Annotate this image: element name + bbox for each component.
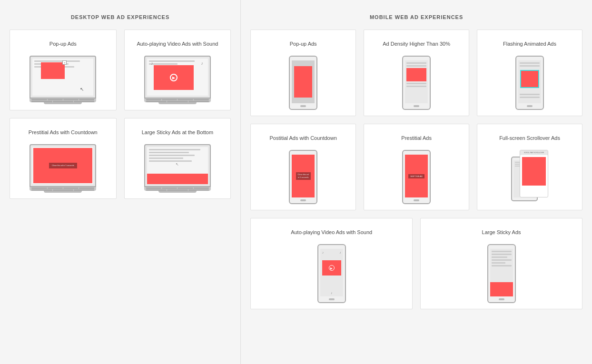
phone-screen-popup [292, 60, 315, 103]
laptop-base [30, 98, 96, 102]
card-mobile-largsticky: Large Sticky Ads [420, 218, 582, 309]
phone-body-autovideo: ♪ ♪ ▶ ♪ [317, 244, 346, 303]
phone-body-prestitial: SKIP THIS AD [402, 150, 431, 204]
flashing-ad [520, 70, 539, 88]
laptop-screen-prestitial: Close this ad in 5 seconds [30, 144, 96, 187]
phone-screen-postitial: Close this adin 5 seconds [292, 155, 315, 197]
card-title-mobile-scrollover: Full-screen Scrollover Ads [499, 132, 560, 145]
phone-prestitial: SKIP THIS AD [402, 150, 431, 204]
music-note-right: ♪ [201, 61, 203, 66]
card-mobile-autovideo: Auto-playing Video Ads with Sound ♪ ♪ ▶ [250, 218, 413, 309]
phone-body-popup [289, 56, 317, 110]
illustration-mobile-prestitial: SKIP THIS AD [370, 150, 463, 204]
card-title-mobile-density: Ad Density Higher Than 30% [383, 38, 450, 51]
illustration-mobile-density [370, 56, 463, 110]
illustration-desktop-popup: × ↖ [16, 56, 110, 104]
card-desktop-sticky: Large Sticky Ads at the Bottom [124, 118, 231, 199]
postitial-ad: Close this adin 5 seconds [292, 155, 315, 197]
mobile-play-icon: ▶ [329, 265, 335, 271]
card-mobile-flashing: Flashing Animated Ads [477, 30, 582, 116]
density-ad [406, 68, 426, 81]
music-note-bottom: ♪ [331, 291, 333, 295]
phone-postitial: Close this adin 5 seconds [289, 150, 317, 204]
illustration-mobile-autovideo: ♪ ♪ ▶ ♪ [257, 244, 406, 303]
cursor-icon: ↖ [176, 162, 179, 167]
laptop-screen: × ↖ [30, 56, 96, 98]
phone-body-postitial: Close this adin 5 seconds [289, 150, 317, 204]
illustration-mobile-postitial: Close this adin 5 seconds [257, 150, 350, 204]
phone-screen-flashing [518, 60, 541, 103]
illustration-desktop-prestitial: Close this ad in 5 seconds [16, 144, 110, 193]
phone-body-density [402, 56, 431, 110]
phone-body-largsticky [487, 244, 516, 303]
card-title-desktop-autovideo: Auto-playing Video Ads with Sound [137, 38, 218, 51]
laptop-screen-sticky: ↖ [144, 144, 211, 187]
popup-ad-block: × [41, 62, 65, 79]
card-title-desktop-prestitial: Prestitial Ads with Countdown [29, 126, 98, 139]
phone-density [402, 56, 431, 110]
scrollover-ad: SCROLL PAST SCROLLOVER [520, 150, 548, 197]
screen-inner-sticky: ↖ [147, 147, 208, 184]
music-note-left: ♪ [151, 61, 153, 66]
card-desktop-prestitial: Prestitial Ads with Countdown Close this… [10, 118, 117, 199]
card-mobile-postitial: Postitial Ads with Countdown Close this … [250, 124, 356, 210]
card-title-mobile-autovideo: Auto-playing Video Ads with Sound [291, 226, 372, 239]
prestitial-ad-mobile: SKIP THIS AD [405, 155, 428, 197]
phone-popup [289, 56, 317, 110]
card-desktop-popup: Pop-up Ads [10, 30, 117, 110]
illustration-mobile-scrollover: SCROLL PAST SCROLLOVER [483, 150, 576, 202]
page-container: DESKTOP WEB AD EXPERIENCES Pop-up Ads [0, 0, 592, 364]
phone-autovideo: ♪ ♪ ▶ ♪ [317, 244, 346, 303]
mobile-cards-row3: Auto-playing Video Ads with Sound ♪ ♪ ▶ [250, 218, 582, 309]
desktop-section-title: DESKTOP WEB AD EXPERIENCES [10, 14, 231, 20]
phone-screen-largsticky [490, 249, 513, 296]
sticky-ad-block [147, 174, 208, 184]
card-mobile-popup: Pop-up Ads [250, 30, 356, 116]
phone-flashing [515, 56, 544, 110]
phone-body-flashing [515, 56, 544, 110]
card-title-mobile-flashing: Flashing Animated Ads [503, 38, 556, 51]
screen-inner: × ↖ [32, 59, 93, 96]
screen-inner-video: ▶ ♪ ♪ [147, 59, 208, 96]
postitial-countdown: Close this adin 5 seconds [296, 172, 311, 180]
music-note-top: ♪ [322, 251, 324, 254]
scrollover-ad-content [522, 157, 546, 186]
desktop-section: DESKTOP WEB AD EXPERIENCES Pop-up Ads [0, 0, 241, 364]
laptop-prestitial: Close this ad in 5 seconds [30, 144, 96, 193]
phone-home [300, 105, 306, 107]
card-title-mobile-prestitial: Prestitial Ads [401, 132, 432, 145]
laptop-stand [44, 102, 82, 104]
card-mobile-prestitial: Prestitial Ads SKIP THIS AD [364, 124, 469, 210]
illustration-desktop-autovideo: ▶ ♪ ♪ [130, 56, 225, 104]
video-ad-block: ▶ [154, 65, 194, 90]
card-title-mobile-largsticky: Large Sticky Ads [482, 226, 521, 239]
mobile-video-box: ▶ [322, 260, 341, 275]
mobile-cards-row2: Postitial Ads with Countdown Close this … [250, 124, 582, 210]
card-desktop-autovideo: Auto-playing Video Ads with Sound [124, 30, 231, 110]
scrollover-header-bar: SCROLL PAST SCROLLOVER [520, 150, 548, 155]
music-note-top2: ♪ [339, 251, 341, 254]
card-title-mobile-popup: Pop-up Ads [290, 38, 317, 51]
countdown-label: Close this ad in 5 seconds [49, 163, 77, 168]
prestitial-ad: Close this ad in 5 seconds [33, 148, 92, 183]
illustration-mobile-flashing [483, 56, 576, 110]
illustration-mobile-popup [257, 56, 350, 110]
mobile-section-title: MOBILE WEB AD EXPERIENCES [250, 14, 582, 20]
card-title-desktop-sticky: Large Sticky Ads at the Bottom [142, 126, 213, 139]
mobile-section: MOBILE WEB AD EXPERIENCES Pop-up Ads [241, 0, 592, 364]
large-sticky-ad-mobile [490, 282, 513, 296]
scrollover-label: SCROLL PAST SCROLLOVER [524, 152, 544, 154]
card-title-desktop-popup: Pop-up Ads [49, 38, 77, 51]
card-title-mobile-postitial: Postitial Ads with Countdown [270, 132, 337, 145]
mobile-popup-ad [294, 66, 312, 98]
illustration-desktop-sticky: ↖ [130, 144, 225, 193]
desktop-cards-grid: Pop-up Ads [10, 30, 231, 199]
play-icon: ▶ [170, 74, 178, 81]
phone-largsticky [487, 244, 516, 303]
illustration-mobile-largsticky [426, 244, 576, 303]
card-mobile-density: Ad Density Higher Than 30% [364, 30, 469, 116]
phone-screen-density [405, 60, 428, 103]
laptop-sticky: ↖ [144, 144, 211, 193]
phone-screen-autovideo: ♪ ♪ ▶ ♪ [320, 249, 343, 296]
card-mobile-scrollover: Full-screen Scrollover Ads [477, 124, 582, 210]
